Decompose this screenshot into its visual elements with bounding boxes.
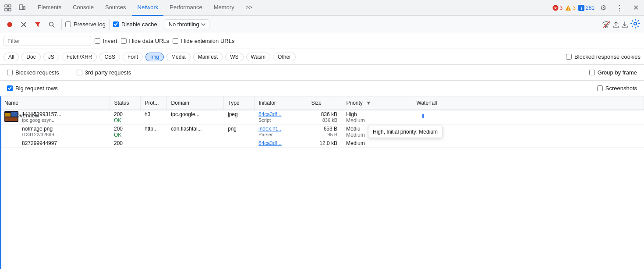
type-btn-fetch-xhr[interactable]: Fetch/XHR (62, 53, 97, 61)
tab-network[interactable]: Network (132, 0, 164, 16)
row-2-initiator-link[interactable]: index.ht... (258, 126, 302, 132)
devtools-status-area: ✕ 3 ! 3 ℹ 281 ⚙ ⋮ ✕ (552, 1, 642, 14)
stop-recording-button[interactable] (4, 18, 16, 31)
row-1-initiator-link[interactable]: 64ca3df... (258, 111, 302, 117)
type-btn-manifest[interactable]: Manifest (193, 53, 223, 61)
devtools-icons (2, 2, 28, 14)
settings-cog-icon[interactable] (630, 18, 640, 29)
error-badge[interactable]: ✕ 3 (552, 5, 563, 11)
row-1-protocol: h3 (140, 110, 166, 125)
invert-checkbox[interactable] (95, 38, 100, 44)
blocked-requests-label[interactable]: Blocked requests (7, 69, 59, 76)
col-header-initiator[interactable]: Initiator (254, 96, 307, 110)
preserve-log-label[interactable]: Preserve log (65, 21, 106, 28)
row-1-status-text: OK (114, 117, 136, 124)
warning-badge[interactable]: ! 3 (565, 5, 576, 11)
options-right-2: Screenshots Overview (597, 85, 637, 92)
type-btn-wasm[interactable]: Wasm (246, 53, 271, 61)
tab-elements[interactable]: Elements (32, 0, 67, 16)
screenshots-checkbox[interactable] (597, 85, 603, 91)
row-2-priority-cell: Mediu Medium High, Initial priority: Med… (342, 125, 412, 139)
hide-extension-urls-checkbox[interactable] (173, 38, 178, 44)
error-count: 3 (560, 5, 563, 11)
invert-label[interactable]: Invert (95, 38, 117, 44)
device-icon[interactable] (16, 2, 28, 14)
row-2-type: png (223, 125, 254, 139)
preserve-log-checkbox[interactable] (65, 21, 71, 27)
hide-extension-urls-label[interactable]: Hide extension URLs (173, 38, 234, 44)
row-3-name-primary: 827299944997 (22, 140, 57, 146)
col-header-name[interactable]: Name (0, 96, 110, 110)
table-row[interactable]: noImage.png /134122/32699... 200 OK http… (0, 125, 644, 139)
type-btn-ws[interactable]: WS (225, 53, 243, 61)
download-icon[interactable] (621, 21, 628, 28)
col-header-protocol[interactable]: Prot... (140, 96, 166, 110)
tab-bar: Elements Console Sources Network Perform… (0, 0, 644, 16)
tab-sources[interactable]: Sources (100, 0, 131, 16)
type-btn-js[interactable]: JS (43, 53, 59, 61)
disable-cache-checkbox[interactable] (113, 21, 119, 27)
blocked-cookies-option[interactable]: Blocked response cookies (566, 53, 640, 60)
table-row[interactable]: 141152993157... tpc.googlesyn... 200 OK … (0, 110, 644, 125)
throttle-label: No throttling (169, 21, 199, 28)
row-3-initiator-link[interactable]: 64ca3df... (258, 140, 302, 146)
inspect-icon[interactable] (2, 2, 14, 14)
group-by-frame-checkbox[interactable] (589, 70, 595, 75)
third-party-checkbox[interactable] (77, 70, 82, 75)
clear-button[interactable] (18, 18, 30, 31)
search-icon (49, 21, 55, 28)
error-icon: ✕ (552, 5, 559, 11)
tab-memory[interactable]: Memory (209, 0, 240, 16)
type-btn-img[interactable]: Img (145, 53, 164, 61)
upload-icon[interactable] (612, 21, 619, 28)
throttle-select[interactable]: No throttling (165, 19, 209, 29)
col-header-domain[interactable]: Domain (166, 96, 223, 110)
type-btn-all[interactable]: All (4, 53, 19, 61)
type-btn-font[interactable]: Font (123, 53, 143, 61)
filter-input[interactable] (4, 36, 91, 46)
more-options-icon[interactable]: ⋮ (612, 1, 627, 14)
info-count: 281 (586, 5, 594, 11)
tab-console[interactable]: Console (67, 0, 99, 16)
type-btn-doc[interactable]: Doc (21, 53, 40, 61)
group-by-frame-text: Group by frame (598, 69, 637, 76)
settings-icon[interactable]: ⚙ (597, 2, 609, 14)
type-btn-other[interactable]: Other (273, 53, 296, 61)
row-2-initiator-cell: index.ht... Parser (254, 125, 307, 139)
row-2-name-texts: noImage.png /134122/32699... (4, 126, 58, 137)
table-row[interactable]: 827299944997 200 64ca3df... 12.0 kB M (0, 139, 644, 148)
disable-cache-label[interactable]: Disable cache (113, 21, 157, 28)
col-header-waterfall[interactable]: Waterfall (412, 96, 644, 110)
close-icon[interactable]: ✕ (630, 2, 642, 14)
blocked-requests-checkbox[interactable] (7, 70, 13, 75)
col-header-type[interactable]: Type (223, 96, 254, 110)
preserve-log-text: Preserve log (74, 21, 106, 28)
big-rows-label[interactable]: Big request rows (7, 85, 58, 92)
info-badge[interactable]: ℹ 281 (578, 5, 594, 11)
tab-performance[interactable]: Performance (164, 0, 207, 16)
warning-icon: ! (565, 5, 571, 11)
svg-rect-1 (8, 5, 11, 7)
row-2-size-sub: 95 B (311, 132, 337, 137)
col-header-status[interactable]: Status (110, 96, 140, 110)
type-btn-css[interactable]: CSS (99, 53, 120, 61)
hide-data-urls-label[interactable]: Hide data URLs (121, 38, 170, 44)
type-btn-media[interactable]: Media (166, 53, 191, 61)
hide-data-urls-checkbox[interactable] (121, 38, 127, 44)
col-header-priority[interactable]: Priority ▼ (342, 96, 412, 110)
filter-icon-button[interactable] (32, 18, 44, 31)
big-rows-checkbox[interactable] (7, 85, 13, 91)
svg-rect-19 (5, 117, 18, 121)
row-1-size-main: 836 kB (311, 111, 337, 117)
tab-more[interactable]: >> (241, 0, 258, 16)
row-3-name-cell: 827299944997 (0, 139, 110, 148)
blocked-cookies-checkbox[interactable] (566, 54, 572, 60)
third-party-label[interactable]: 3rd-party requests (77, 69, 131, 76)
row-1-size-sub: 836 kB (311, 117, 337, 123)
row-1-type: jpeg (223, 110, 254, 125)
group-by-frame-label[interactable]: Group by frame (589, 69, 637, 76)
screenshots-label[interactable]: Screenshots (597, 85, 637, 92)
col-header-size[interactable]: Size (307, 96, 342, 110)
search-button[interactable] (46, 18, 58, 31)
options-left: Blocked requests 3rd-party requests (7, 69, 131, 76)
